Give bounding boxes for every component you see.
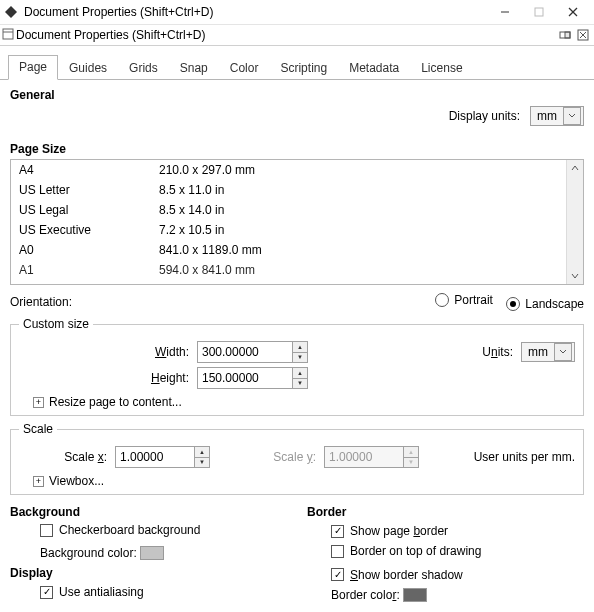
- spin-down-icon: ▼: [404, 458, 418, 468]
- fieldset-custom-size: Custom size Width: ▲▼ Units: mm Height: …: [10, 317, 584, 416]
- tab-color[interactable]: Color: [219, 56, 270, 80]
- list-item[interactable]: A0 841.0 x 1189.0 mm: [11, 240, 567, 260]
- display-units-value: mm: [537, 109, 557, 123]
- tab-snap[interactable]: Snap: [169, 56, 219, 80]
- scroll-down-icon[interactable]: [567, 268, 583, 284]
- dock-icon[interactable]: [558, 28, 572, 42]
- expander-resize-to-content[interactable]: + Resize page to content...: [33, 395, 182, 409]
- width-input[interactable]: ▲▼: [197, 341, 308, 363]
- panel-close-icon[interactable]: [576, 28, 590, 42]
- radio-icon: [435, 293, 449, 307]
- checkbox-icon: [331, 568, 344, 581]
- heading-display: Display: [10, 566, 287, 580]
- checkbox-icon: [40, 524, 53, 537]
- tab-grids[interactable]: Grids: [118, 56, 169, 80]
- radio-landscape[interactable]: Landscape: [506, 297, 584, 311]
- border-color-swatch[interactable]: [403, 588, 427, 602]
- tab-strip: Page Guides Grids Snap Color Scripting M…: [0, 46, 594, 80]
- legend-custom-size: Custom size: [19, 317, 93, 331]
- app-icon: [4, 5, 18, 19]
- checkbox-icon: [331, 545, 344, 558]
- radio-icon: [506, 297, 520, 311]
- panel-header: Document Properties (Shift+Ctrl+D): [0, 25, 594, 46]
- svg-rect-7: [565, 32, 570, 38]
- heading-background: Background: [10, 505, 287, 519]
- display-units-label: Display units:: [449, 109, 520, 123]
- height-field[interactable]: [198, 368, 292, 388]
- expander-viewbox[interactable]: + Viewbox...: [33, 474, 104, 488]
- background-color-label: Background color:: [40, 546, 137, 560]
- border-shadow-label: Show border shadow: [350, 568, 463, 582]
- heading-page-size: Page Size: [10, 142, 584, 156]
- expand-icon: +: [33, 397, 44, 408]
- close-button[interactable]: [556, 0, 590, 24]
- heading-border: Border: [307, 505, 584, 519]
- spin-down-icon[interactable]: ▼: [195, 458, 209, 468]
- scale-x-label: Scale x:: [19, 450, 107, 464]
- scale-x-input[interactable]: ▲▼: [115, 446, 210, 468]
- maximize-button[interactable]: [522, 0, 556, 24]
- titlebar: Document Properties (Shift+Ctrl+D): [0, 0, 594, 25]
- checkbox-checkerboard[interactable]: Checkerboard background: [40, 523, 200, 537]
- scale-y-input: ▲▼: [324, 446, 419, 468]
- spin-down-icon[interactable]: ▼: [293, 379, 307, 389]
- display-units-row: Display units: mm: [10, 106, 584, 126]
- tab-guides[interactable]: Guides: [58, 56, 118, 80]
- width-field[interactable]: [198, 342, 292, 362]
- spin-up-icon[interactable]: ▲: [293, 342, 307, 353]
- spin-up-icon[interactable]: ▲: [293, 368, 307, 379]
- legend-scale: Scale: [19, 422, 57, 436]
- height-input[interactable]: ▲▼: [197, 367, 308, 389]
- list-item[interactable]: US Executive 7.2 x 10.5 in: [11, 220, 567, 240]
- custom-units-label: Units:: [482, 345, 513, 359]
- scale-suffix: User units per mm.: [474, 450, 575, 464]
- checkbox-border-on-top[interactable]: Border on top of drawing: [331, 544, 481, 558]
- tab-scripting[interactable]: Scripting: [269, 56, 338, 80]
- list-item[interactable]: A4 210.0 x 297.0 mm: [11, 160, 567, 180]
- checkbox-icon: [40, 586, 53, 599]
- border-color-label: Border color:: [331, 588, 400, 602]
- scroll-up-icon[interactable]: [567, 160, 583, 176]
- checkbox-border-shadow[interactable]: Show border shadow: [331, 568, 463, 582]
- list-item[interactable]: US Legal 8.5 x 14.0 in: [11, 200, 567, 220]
- checkbox-show-border[interactable]: Show page border: [331, 524, 448, 538]
- checkbox-icon: [331, 525, 344, 538]
- orientation-row: Orientation: Portrait Landscape: [10, 293, 584, 311]
- height-label: Height:: [19, 371, 189, 385]
- tab-metadata[interactable]: Metadata: [338, 56, 410, 80]
- display-units-select[interactable]: mm: [530, 106, 584, 126]
- tab-license[interactable]: License: [410, 56, 473, 80]
- orientation-label: Orientation:: [10, 295, 72, 309]
- panel-icon: [2, 28, 14, 43]
- spin-down-icon[interactable]: ▼: [293, 353, 307, 363]
- page-content: General Display units: mm Page Size A4 2…: [0, 80, 594, 602]
- scrollbar[interactable]: [566, 160, 583, 284]
- spin-up-icon: ▲: [404, 447, 418, 458]
- radio-portrait[interactable]: Portrait: [435, 293, 493, 307]
- spin-up-icon[interactable]: ▲: [195, 447, 209, 458]
- scale-x-field[interactable]: [116, 447, 194, 467]
- list-item[interactable]: US Letter 8.5 x 11.0 in: [11, 180, 567, 200]
- expand-icon: +: [33, 476, 44, 487]
- minimize-button[interactable]: [488, 0, 522, 24]
- checkbox-antialiasing[interactable]: Use antialiasing: [40, 585, 144, 599]
- background-color-swatch[interactable]: [140, 546, 164, 560]
- panel-title: Document Properties (Shift+Ctrl+D): [16, 28, 205, 42]
- page-size-list[interactable]: A4 210.0 x 297.0 mm US Letter 8.5 x 11.0…: [10, 159, 584, 285]
- svg-rect-1: [535, 8, 543, 16]
- heading-general: General: [10, 88, 584, 102]
- scale-y-field: [325, 447, 403, 467]
- svg-rect-4: [3, 29, 13, 39]
- chevron-down-icon: [563, 107, 581, 125]
- scale-y-label: Scale y:: [256, 450, 316, 464]
- tab-page[interactable]: Page: [8, 55, 58, 80]
- fieldset-scale: Scale Scale x: ▲▼ Scale y: ▲▼ User units…: [10, 422, 584, 495]
- list-item[interactable]: A1 594.0 x 841.0 mm: [11, 260, 567, 280]
- custom-units-select[interactable]: mm: [521, 342, 575, 362]
- width-label: Width:: [19, 345, 189, 359]
- window-title: Document Properties (Shift+Ctrl+D): [24, 5, 213, 19]
- show-border-label: Show page border: [350, 524, 448, 538]
- chevron-down-icon: [554, 343, 572, 361]
